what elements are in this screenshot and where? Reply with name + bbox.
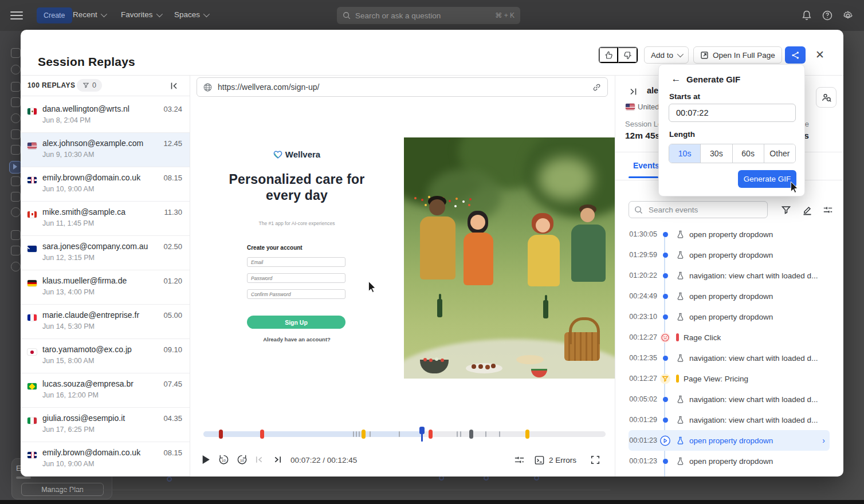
- replay-email: giulia.rossi@esempio.it: [42, 414, 157, 423]
- event-row[interactable]: 00:12:27Page View: Pricing: [629, 368, 830, 389]
- playhead-marker[interactable]: [421, 427, 423, 442]
- nav-favorites[interactable]: Favorites: [121, 10, 161, 19]
- notifications-bell-icon[interactable]: [801, 10, 812, 21]
- fullscreen-icon[interactable]: [590, 455, 600, 465]
- assistant-icon[interactable]: [11, 97, 21, 107]
- replays-filter-chip[interactable]: 0: [77, 79, 102, 92]
- event-row[interactable]: 00:01:23open property dropdown: [629, 451, 830, 471]
- rewind-10-button[interactable]: 10: [218, 454, 230, 466]
- starts-at-input[interactable]: [669, 104, 796, 122]
- copy-link-icon[interactable]: [592, 82, 602, 92]
- thumbs-down-button[interactable]: [618, 47, 638, 63]
- signup-email-field[interactable]: [247, 257, 345, 267]
- discover-icon[interactable]: [11, 207, 21, 217]
- chevron-right-icon[interactable]: ›: [822, 436, 825, 445]
- replay-list-item[interactable]: mike.smith@sample.caJun 11, 1:45 PM11.30: [21, 202, 190, 236]
- event-row[interactable]: 00:05:02navigation: view chart with load…: [629, 389, 830, 410]
- event-row[interactable]: 00:01:29navigation: view chart with load…: [629, 410, 830, 430]
- close-icon[interactable]: ✕: [812, 48, 827, 62]
- event-row[interactable]: [629, 471, 830, 477]
- signals-icon[interactable]: [11, 246, 21, 255]
- console-errors-icon[interactable]: [534, 455, 545, 466]
- web-experiments-icon[interactable]: [11, 129, 21, 139]
- event-dot: [663, 314, 668, 320]
- replay-list-item[interactable]: emily.brown@domain.co.ukJun 10, 9:00 AM0…: [21, 167, 190, 202]
- users-icon[interactable]: [11, 145, 21, 155]
- length-option-60s[interactable]: 60s: [733, 144, 764, 163]
- events-highlight-icon[interactable]: [802, 204, 814, 216]
- signup-login-link[interactable]: Already have an account?: [207, 336, 387, 342]
- event-row[interactable]: 00:12:35navigation: view chart with load…: [629, 348, 830, 368]
- replay-list-item[interactable]: marie.claude@entreprise.frJun 14, 5:30 P…: [21, 305, 190, 339]
- replay-list-item[interactable]: klaus.mueller@firma.deJun 13, 4:00 PM01.…: [21, 270, 190, 305]
- player-settings-icon[interactable]: [514, 455, 525, 466]
- replay-email: klaus.mueller@firma.de: [42, 276, 157, 285]
- event-row[interactable]: 00:23:10open property dropdown: [629, 306, 830, 327]
- session-length-value: 12m 45s: [625, 131, 660, 141]
- replay-list-item[interactable]: giulia.rossi@esempio.itJun 17, 6:25 PM04…: [21, 408, 190, 442]
- event-row[interactable]: 00:24:49open property dropdown: [629, 286, 830, 306]
- charts-icon[interactable]: [11, 113, 21, 123]
- thumbs-up-button[interactable]: [599, 47, 618, 63]
- session-replays-icon[interactable]: [9, 161, 22, 174]
- share-button[interactable]: [785, 46, 806, 64]
- add-to-button[interactable]: Add to: [644, 46, 689, 64]
- replay-list-item[interactable]: lucas.souza@empresa.brJun 16, 12:00 PM07…: [21, 373, 190, 408]
- bottle: [543, 300, 548, 318]
- signup-confirm-password-field[interactable]: [247, 289, 345, 299]
- event-row[interactable]: 01:20:22navigation: view chart with load…: [629, 265, 830, 286]
- settings-gear-icon[interactable]: [842, 10, 854, 21]
- recorded-cursor: [367, 281, 377, 293]
- apps-icon[interactable]: [11, 65, 21, 74]
- campaigns-icon[interactable]: [11, 262, 21, 271]
- event-row[interactable]: 00:12:27Rage Click: [629, 327, 830, 348]
- rage-icon: [659, 332, 671, 344]
- length-option-10s[interactable]: 10s: [669, 144, 701, 163]
- home-icon[interactable]: [11, 48, 21, 58]
- user-lookup-icon[interactable]: [816, 87, 836, 108]
- create-button[interactable]: Create: [37, 7, 72, 23]
- pointer-icon[interactable]: [11, 82, 21, 92]
- replay-list-item[interactable]: dana.wellington@wrts.nlJun 8, 2:04 PM03.…: [21, 99, 190, 133]
- timeline-scrubber[interactable]: [203, 431, 606, 437]
- signup-password-field[interactable]: [247, 273, 345, 283]
- experiments-icon[interactable]: [11, 192, 21, 202]
- event-row[interactable]: 00:01:23open property dropdown›: [629, 430, 830, 451]
- forward-10-button[interactable]: 10: [236, 454, 248, 466]
- tab-events[interactable]: Events: [633, 161, 659, 170]
- event-type-flask-icon: [676, 271, 685, 280]
- errors-count[interactable]: 2 Errors: [549, 456, 576, 464]
- nav-spaces[interactable]: Spaces: [174, 10, 208, 19]
- nav-recent[interactable]: Recent: [73, 10, 105, 19]
- replay-date: Jun 10, 9:00 AM: [42, 460, 94, 468]
- flower-bed: [414, 197, 417, 199]
- play-button[interactable]: [202, 455, 210, 464]
- signup-submit-button[interactable]: Sign Up: [247, 316, 345, 329]
- back-arrow-icon[interactable]: ←: [669, 72, 683, 86]
- length-option-30s[interactable]: 30s: [701, 144, 732, 163]
- replay-list-item[interactable]: alex.johnson@example.comJun 9, 10:30 AM1…: [21, 133, 190, 167]
- replay-list-item[interactable]: taro.yamamoto@ex.co.jpJun 15, 8:00 AM09.…: [21, 339, 190, 373]
- event-row[interactable]: 01:29:59open property dropdown: [629, 245, 830, 265]
- funnels-icon[interactable]: [11, 176, 21, 186]
- timeline-marker-tick: [460, 431, 461, 437]
- global-search-input[interactable]: Search or ask a question ⌘ + K: [337, 7, 520, 24]
- previous-event-button[interactable]: [255, 455, 264, 464]
- events-settings-icon[interactable]: [823, 204, 834, 216]
- replay-duration: 08.15: [163, 448, 182, 457]
- collapse-right-panel-icon[interactable]: [629, 85, 641, 98]
- generate-gif-button[interactable]: Generate GIF: [738, 170, 796, 188]
- country-flag: [28, 143, 37, 149]
- collapse-panel-icon[interactable]: [170, 80, 182, 92]
- events-filter-icon[interactable]: [781, 204, 792, 216]
- replay-list-item[interactable]: emily.brown@domain.co.ukJun 10, 9:00 AM0…: [21, 442, 190, 477]
- event-row[interactable]: 01:30:05open property dropdown: [629, 224, 830, 245]
- length-option-other[interactable]: Other: [764, 144, 795, 163]
- help-icon[interactable]: [822, 10, 833, 21]
- data-icon[interactable]: [11, 230, 21, 240]
- replay-list-item[interactable]: sara.jones@company.com.auJun 12, 3:15 PM…: [21, 236, 190, 270]
- next-event-button[interactable]: [273, 455, 282, 464]
- hamburger-menu-icon[interactable]: [10, 11, 23, 19]
- open-full-page-button[interactable]: Open In Full Page: [693, 46, 782, 64]
- search-events-input[interactable]: [647, 205, 762, 215]
